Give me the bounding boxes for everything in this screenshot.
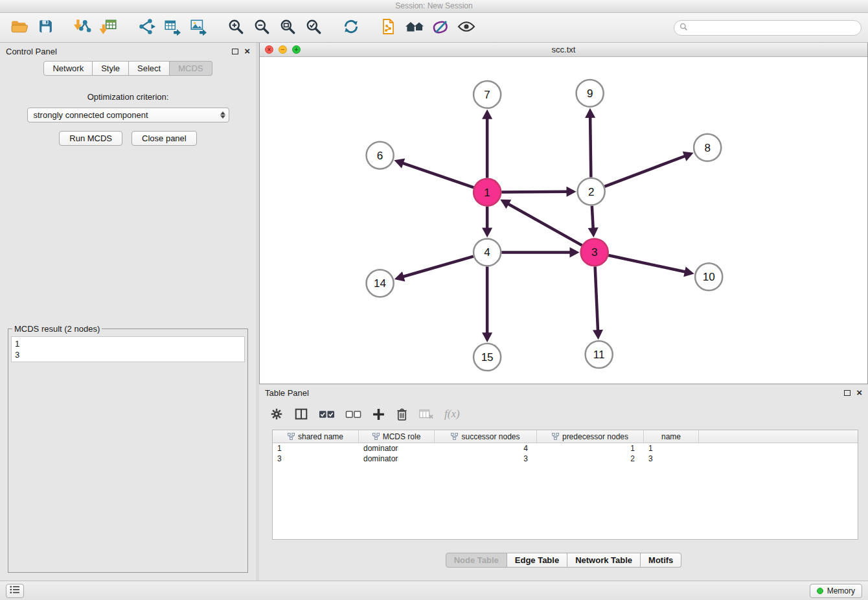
venn-diagram-button[interactable] bbox=[428, 16, 453, 40]
open-folder-icon bbox=[10, 18, 29, 38]
eye-icon bbox=[457, 19, 475, 36]
settings-gear-icon[interactable] bbox=[269, 406, 284, 422]
save-session-button[interactable] bbox=[32, 16, 58, 40]
tab-select[interactable]: Select bbox=[129, 61, 170, 76]
import-table-button[interactable] bbox=[96, 16, 122, 40]
export-network-button[interactable] bbox=[133, 16, 159, 40]
graph-node-14[interactable]: 14 bbox=[367, 270, 394, 297]
column-flag-icon bbox=[451, 433, 458, 440]
zoom-in-button[interactable] bbox=[223, 16, 249, 40]
table-panel-title: Table Panel bbox=[265, 388, 309, 398]
zoom-fit-button[interactable] bbox=[275, 16, 301, 40]
column-layout-icon[interactable] bbox=[294, 406, 308, 422]
graph-node-1[interactable]: 1 bbox=[474, 179, 501, 206]
search-input[interactable] bbox=[691, 23, 856, 32]
import-table-icon bbox=[100, 17, 118, 38]
column-header-shared-name[interactable]: shared name bbox=[273, 430, 359, 443]
function-builder-icon[interactable]: f(x) bbox=[444, 406, 460, 422]
export-image-button[interactable] bbox=[185, 16, 211, 40]
network-home-button[interactable] bbox=[402, 16, 428, 40]
graph-edge-3-11[interactable] bbox=[595, 266, 598, 331]
window-title: Session: New Session bbox=[395, 1, 472, 10]
close-table-panel-icon[interactable]: × bbox=[856, 389, 862, 397]
tab-network-table[interactable]: Network Table bbox=[567, 553, 641, 568]
float-panel-icon[interactable] bbox=[232, 49, 238, 54]
graph-node-3[interactable]: 3 bbox=[581, 238, 608, 266]
search-field[interactable] bbox=[674, 20, 862, 36]
delete-column-icon[interactable] bbox=[396, 406, 408, 422]
refresh-arrows-icon bbox=[342, 17, 360, 38]
column-header-successor-nodes[interactable]: successor nodes bbox=[435, 430, 537, 443]
zoom-out-button[interactable] bbox=[249, 16, 275, 40]
tab-mcds[interactable]: MCDS bbox=[170, 61, 212, 76]
network-window-titlebar: scc.txt × − + bbox=[260, 43, 867, 57]
close-window-icon[interactable]: × bbox=[265, 45, 273, 54]
close-panel-button[interactable]: Close panel bbox=[131, 131, 197, 146]
close-panel-icon[interactable]: × bbox=[244, 47, 250, 55]
network-graph[interactable]: 7968124314101511 bbox=[260, 57, 867, 384]
column-header-name[interactable]: name bbox=[644, 430, 699, 443]
column-header-predecessor-nodes[interactable]: predecessor nodes bbox=[537, 430, 644, 443]
criterion-dropdown[interactable]: strongly connected component bbox=[27, 108, 229, 122]
apply-layout-button[interactable] bbox=[338, 16, 364, 40]
graph-edge-2-3[interactable] bbox=[592, 206, 593, 229]
show-panels-button[interactable] bbox=[6, 584, 24, 598]
column-header-mcds-role[interactable]: MCDS role bbox=[359, 430, 435, 443]
maximize-window-icon[interactable]: + bbox=[292, 45, 301, 54]
select-all-columns-icon[interactable] bbox=[319, 406, 335, 422]
network-canvas[interactable]: 7968124314101511 bbox=[260, 57, 867, 384]
float-table-panel-icon[interactable] bbox=[844, 390, 851, 396]
open-session-button[interactable] bbox=[6, 16, 32, 40]
zoom-fit-icon bbox=[279, 18, 296, 38]
add-column-icon[interactable] bbox=[372, 406, 385, 422]
tab-motifs[interactable]: Motifs bbox=[641, 553, 681, 568]
criterion-dropdown-value: strongly connected component bbox=[34, 110, 148, 120]
column-flag-icon bbox=[372, 433, 380, 440]
control-panel: Control Panel × Network Style Select MCD… bbox=[0, 43, 259, 581]
graph-node-7[interactable]: 7 bbox=[474, 81, 501, 108]
graph-node-15[interactable]: 15 bbox=[474, 343, 501, 371]
table-row[interactable]: 3 dominator 3 2 3 bbox=[273, 454, 858, 464]
tab-network[interactable]: Network bbox=[43, 61, 93, 76]
graph-node-11[interactable]: 11 bbox=[586, 341, 613, 368]
column-flag-icon bbox=[288, 433, 295, 440]
tab-node-table[interactable]: Node Table bbox=[446, 553, 507, 568]
import-network-button[interactable] bbox=[70, 16, 96, 40]
graph-edge-1-6[interactable] bbox=[402, 163, 474, 187]
graph-edge-2-8[interactable] bbox=[604, 156, 685, 186]
svg-text:11: 11 bbox=[593, 349, 605, 361]
table-row[interactable]: 1 dominator 4 1 1 bbox=[273, 443, 858, 454]
table-tabs: Node Table Edge Table Network Table Moti… bbox=[259, 540, 868, 581]
graph-edge-2-9[interactable] bbox=[590, 117, 591, 178]
import-network-icon bbox=[74, 17, 92, 38]
network-window: scc.txt × − + 7968124314101511 bbox=[259, 43, 868, 384]
export-table-button[interactable] bbox=[159, 16, 185, 40]
share-document-button[interactable] bbox=[376, 16, 402, 40]
graph-edge-1-2[interactable] bbox=[501, 192, 567, 192]
deselect-all-columns-icon[interactable] bbox=[345, 406, 361, 422]
eye-button[interactable] bbox=[453, 16, 479, 40]
graph-node-9[interactable]: 9 bbox=[577, 80, 604, 107]
run-mcds-button[interactable]: Run MCDS bbox=[59, 131, 122, 146]
graph-edge-3-1[interactable] bbox=[508, 203, 582, 245]
tab-edge-table[interactable]: Edge Table bbox=[507, 553, 567, 568]
graph-node-10[interactable]: 10 bbox=[695, 263, 722, 290]
search-icon bbox=[680, 22, 688, 34]
edge-arrowhead-icon bbox=[593, 330, 603, 340]
control-panel-header: Control Panel × bbox=[0, 43, 256, 60]
graph-edge-4-14[interactable] bbox=[402, 257, 474, 277]
mcds-result-text[interactable]: 1 3 bbox=[11, 336, 245, 362]
graph-node-6[interactable]: 6 bbox=[367, 142, 394, 169]
minimize-window-icon[interactable]: − bbox=[279, 45, 287, 54]
graph-node-4[interactable]: 4 bbox=[474, 238, 501, 266]
column-flag-icon bbox=[552, 433, 559, 440]
zoom-selected-button[interactable] bbox=[301, 16, 326, 40]
svg-text:14: 14 bbox=[374, 277, 386, 290]
delete-table-icon[interactable] bbox=[418, 406, 434, 422]
memory-button[interactable]: Memory bbox=[810, 584, 862, 598]
graph-edge-3-10[interactable] bbox=[608, 255, 686, 272]
svg-text:3: 3 bbox=[591, 246, 597, 259]
graph-node-8[interactable]: 8 bbox=[694, 134, 721, 161]
graph-node-2[interactable]: 2 bbox=[578, 178, 605, 205]
tab-style[interactable]: Style bbox=[93, 61, 129, 76]
